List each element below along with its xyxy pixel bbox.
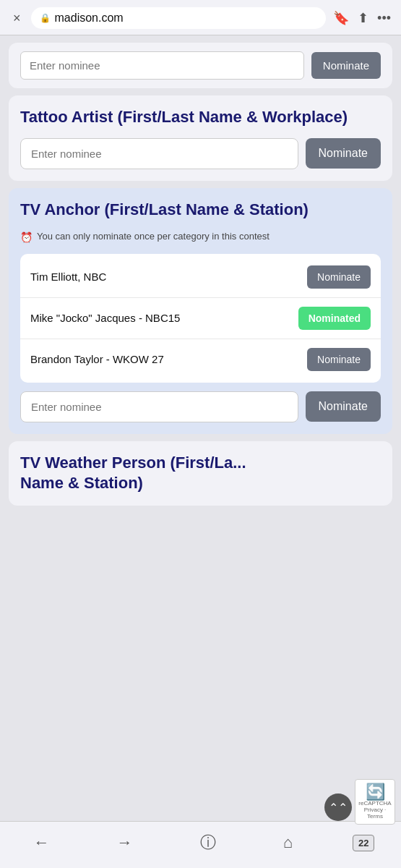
page-content: Nominate Tattoo Artist (First/Last Name …	[0, 35, 401, 821]
tattoo-input-row: Nominate	[20, 138, 381, 169]
share-icon[interactable]: ⬆	[358, 10, 368, 26]
bookmark-icon[interactable]: 🔖	[333, 10, 349, 26]
tv-weather-section: TV Weather Person (First/La...Name & Sta…	[9, 441, 392, 506]
tv-anchor-nominee-input[interactable]	[20, 391, 298, 422]
tattoo-nominate-button[interactable]: Nominate	[306, 138, 381, 169]
browser-chrome: × 🔒 madison.com 🔖 ⬆ •••	[0, 0, 401, 35]
tv-anchor-title: TV Anchor (First/Last Name & Station)	[20, 200, 381, 221]
more-icon[interactable]: •••	[377, 11, 391, 26]
tv-weather-title: TV Weather Person (First/La...Name & Sta…	[20, 453, 381, 494]
tattoo-section: Tattoo Artist (First/Last Name & Workpla…	[9, 95, 392, 181]
nominee-name: Tim Elliott, NBC	[30, 271, 300, 283]
chevron-up-icon: ⌃⌃	[329, 801, 348, 814]
lock-icon: 🔒	[40, 13, 51, 23]
nominee-row-3: Brandon Taylor - WKOW 27 Nominate	[20, 339, 381, 380]
top-nominee-input[interactable]	[20, 51, 304, 80]
home-button[interactable]: ⌂	[276, 830, 300, 855]
info-button[interactable]: ⓘ	[193, 829, 223, 856]
nominate-tim-button[interactable]: Nominate	[307, 265, 371, 289]
url-text: madison.com	[55, 12, 318, 25]
top-nominate-button[interactable]: Nominate	[311, 52, 381, 79]
tv-anchor-section: TV Anchor (First/Last Name & Station) ⏰ …	[9, 188, 392, 434]
nominee-name-3: Brandon Taylor - WKOW 27	[30, 353, 300, 365]
nominees-box: Tim Elliott, NBC Nominate Mike "Jocko" J…	[20, 254, 381, 383]
scroll-up-button[interactable]: ⌃⌃	[324, 793, 352, 821]
once-notice-text: You can only nominate once per category …	[37, 230, 270, 243]
clock-icon: ⏰	[20, 231, 33, 245]
tattoo-section-title: Tattoo Artist (First/Last Name & Workpla…	[20, 107, 381, 128]
browser-actions: 🔖 ⬆ •••	[333, 10, 391, 26]
bottom-nav: ← → ⓘ ⌂ 22	[0, 821, 401, 868]
nominated-mike-button[interactable]: Nominated	[298, 307, 371, 330]
nominated-name: Mike "Jocko" Jacques - NBC15	[30, 312, 291, 324]
nominate-brandon-button[interactable]: Nominate	[307, 348, 371, 371]
forward-button[interactable]: →	[110, 830, 140, 855]
once-notice: ⏰ You can only nominate once per categor…	[20, 230, 381, 245]
nominee-row: Tim Elliott, NBC Nominate	[20, 257, 381, 298]
close-icon[interactable]: ×	[10, 9, 24, 27]
tattoo-nominee-input[interactable]	[20, 138, 298, 169]
back-button[interactable]: ←	[27, 830, 57, 855]
tabs-count[interactable]: 22	[353, 835, 374, 851]
recaptcha-logo: 🔄	[366, 784, 385, 800]
recaptcha-label: reCAPTCHAPrivacy · Terms	[358, 800, 391, 820]
tv-anchor-nominate-button[interactable]: Nominate	[306, 391, 381, 422]
tv-anchor-input-row: Nominate	[20, 391, 381, 422]
address-bar[interactable]: 🔒 madison.com	[31, 7, 327, 29]
top-partial-card: Nominate	[9, 43, 392, 88]
recaptcha-badge: 🔄 reCAPTCHAPrivacy · Terms	[355, 779, 395, 825]
nominee-row-nominated: Mike "Jocko" Jacques - NBC15 Nominated	[20, 298, 381, 339]
